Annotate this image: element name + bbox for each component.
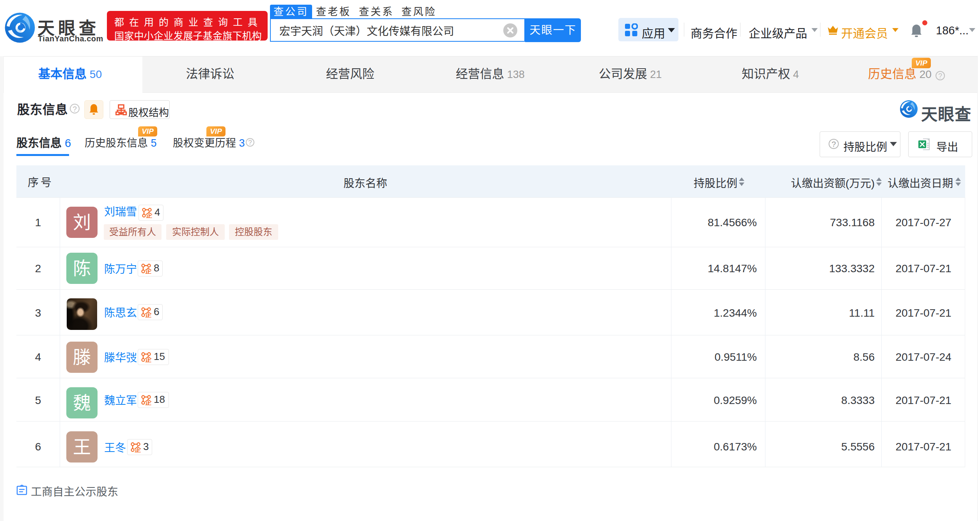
svg-text:企: 企 (145, 311, 152, 317)
svg-text:企: 企 (134, 446, 141, 452)
svg-text:企: 企 (145, 399, 152, 405)
svg-text:企: 企 (145, 356, 152, 362)
svg-text:企: 企 (145, 267, 152, 274)
svg-text:企: 企 (146, 211, 153, 218)
